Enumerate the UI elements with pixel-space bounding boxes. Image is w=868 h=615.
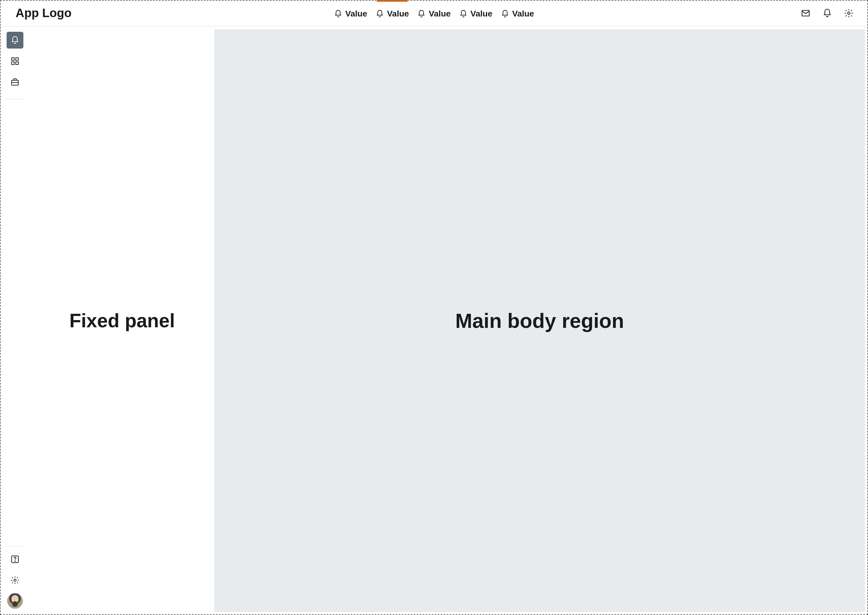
bell-icon (376, 9, 384, 18)
bell-icon (459, 9, 468, 18)
sidebar-divider (6, 99, 23, 99)
fixed-panel: Fixed panel (30, 27, 214, 615)
nav-item-3[interactable]: Value (459, 0, 492, 26)
settings-gear-icon (11, 576, 19, 585)
header-nav: Value Value Value Value Value (334, 0, 534, 26)
svg-rect-5 (16, 62, 19, 65)
nav-item-label: Value (387, 9, 409, 19)
nav-item-label: Value (512, 9, 534, 19)
main-body-region: Main body region (214, 30, 865, 612)
sidebar-bottom (6, 542, 23, 609)
bell-icon[interactable] (823, 8, 832, 18)
user-avatar[interactable] (7, 593, 23, 609)
grid-icon (11, 57, 19, 66)
sidebar-rail (0, 27, 30, 615)
nav-item-0[interactable]: Value (334, 0, 367, 26)
header-right-actions (801, 8, 854, 18)
svg-rect-2 (12, 58, 14, 61)
sidebar-divider (6, 546, 23, 547)
briefcase-icon (11, 78, 19, 87)
bell-icon (417, 9, 426, 18)
sidebar-item-settings[interactable] (6, 572, 23, 588)
settings-gear-icon[interactable] (844, 8, 854, 18)
nav-item-2[interactable]: Value (417, 0, 451, 26)
main-body-title: Main body region (455, 309, 624, 332)
svg-rect-3 (16, 58, 19, 61)
bell-icon (11, 36, 19, 45)
nav-item-1[interactable]: Value (376, 0, 409, 26)
nav-item-label: Value (429, 9, 451, 19)
sidebar-item-work[interactable] (6, 74, 23, 91)
sidebar-item-apps[interactable] (6, 53, 23, 70)
app-logo[interactable]: App Logo (16, 6, 72, 20)
sidebar-item-notifications[interactable] (6, 32, 23, 48)
svg-point-9 (14, 579, 16, 581)
svg-rect-4 (12, 62, 14, 65)
help-icon (11, 555, 19, 564)
svg-point-1 (848, 12, 850, 14)
nav-item-label: Value (471, 9, 492, 19)
bell-icon (334, 9, 342, 18)
svg-point-8 (15, 561, 15, 561)
sidebar-item-help[interactable] (6, 551, 23, 568)
mail-icon[interactable] (801, 8, 810, 18)
nav-item-label: Value (345, 9, 367, 19)
fixed-panel-title: Fixed panel (69, 310, 175, 332)
bell-icon (501, 9, 509, 18)
app-header: App Logo Value Value Value Value (0, 0, 868, 27)
nav-item-4[interactable]: Value (501, 0, 534, 26)
app-body: Fixed panel Main body region (0, 27, 868, 615)
